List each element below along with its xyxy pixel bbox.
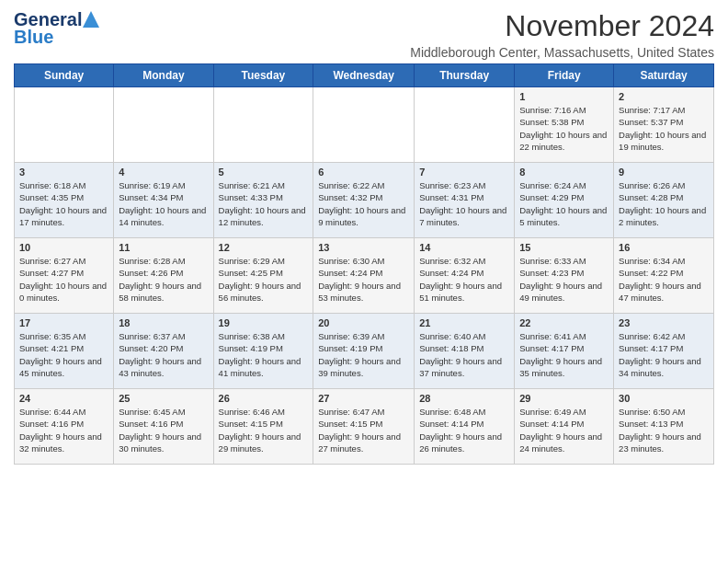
day-number: 7 [419, 167, 509, 178]
calendar-day [313, 87, 415, 163]
calendar-day: 2Sunrise: 7:17 AM Sunset: 5:37 PM Daylig… [614, 87, 714, 163]
calendar-day: 16Sunrise: 6:34 AM Sunset: 4:22 PM Dayli… [614, 238, 714, 314]
day-info: Sunrise: 6:21 AM Sunset: 4:33 PM Dayligh… [219, 179, 309, 228]
calendar-day: 4Sunrise: 6:19 AM Sunset: 4:34 PM Daylig… [114, 163, 213, 238]
calendar-body: 1Sunrise: 7:16 AM Sunset: 5:38 PM Daylig… [15, 87, 714, 465]
day-number: 18 [119, 317, 208, 328]
calendar-week-4: 17Sunrise: 6:35 AM Sunset: 4:21 PM Dayli… [15, 314, 714, 389]
calendar-day: 7Sunrise: 6:23 AM Sunset: 4:31 PM Daylig… [415, 163, 515, 238]
col-tuesday: Tuesday [213, 64, 313, 87]
header-row: Sunday Monday Tuesday Wednesday Thursday… [15, 64, 714, 87]
logo: General Blue [14, 9, 99, 48]
calendar-day [114, 87, 213, 163]
calendar-day: 8Sunrise: 6:24 AM Sunset: 4:29 PM Daylig… [515, 163, 614, 238]
logo-content: General Blue [14, 9, 99, 48]
col-thursday: Thursday [415, 64, 515, 87]
day-number: 15 [519, 242, 609, 253]
calendar-day: 3Sunrise: 6:18 AM Sunset: 4:35 PM Daylig… [15, 163, 114, 238]
day-number: 24 [19, 393, 108, 404]
title-section: November 2024 Middleborough Center, Mass… [410, 9, 714, 60]
calendar-week-1: 1Sunrise: 7:16 AM Sunset: 5:38 PM Daylig… [15, 87, 714, 163]
calendar-day: 30Sunrise: 6:50 AM Sunset: 4:13 PM Dayli… [614, 389, 714, 465]
day-number: 30 [619, 393, 709, 404]
day-info: Sunrise: 6:38 AM Sunset: 4:19 PM Dayligh… [219, 330, 309, 379]
day-info: Sunrise: 6:19 AM Sunset: 4:34 PM Dayligh… [119, 179, 208, 228]
calendar-day: 14Sunrise: 6:32 AM Sunset: 4:24 PM Dayli… [415, 238, 515, 314]
calendar-day: 13Sunrise: 6:30 AM Sunset: 4:24 PM Dayli… [313, 238, 415, 314]
day-info: Sunrise: 6:39 AM Sunset: 4:19 PM Dayligh… [318, 330, 409, 379]
day-info: Sunrise: 6:29 AM Sunset: 4:25 PM Dayligh… [219, 255, 309, 304]
day-number: 21 [419, 317, 509, 328]
col-friday: Friday [515, 64, 614, 87]
day-info: Sunrise: 6:28 AM Sunset: 4:26 PM Dayligh… [119, 255, 208, 304]
day-number: 27 [318, 393, 409, 404]
day-info: Sunrise: 6:34 AM Sunset: 4:22 PM Dayligh… [619, 255, 709, 304]
day-info: Sunrise: 6:46 AM Sunset: 4:15 PM Dayligh… [219, 406, 309, 454]
calendar-day: 1Sunrise: 7:16 AM Sunset: 5:38 PM Daylig… [515, 87, 614, 163]
calendar-day: 29Sunrise: 6:49 AM Sunset: 4:14 PM Dayli… [515, 389, 614, 465]
day-info: Sunrise: 6:47 AM Sunset: 4:15 PM Dayligh… [318, 406, 409, 454]
calendar-day: 17Sunrise: 6:35 AM Sunset: 4:21 PM Dayli… [15, 314, 114, 389]
calendar-day: 26Sunrise: 6:46 AM Sunset: 4:15 PM Dayli… [213, 389, 313, 465]
calendar-day: 22Sunrise: 6:41 AM Sunset: 4:17 PM Dayli… [515, 314, 614, 389]
calendar-day [213, 87, 313, 163]
day-info: Sunrise: 7:16 AM Sunset: 5:38 PM Dayligh… [519, 104, 609, 153]
calendar-table: Sunday Monday Tuesday Wednesday Thursday… [14, 63, 714, 465]
day-info: Sunrise: 6:42 AM Sunset: 4:17 PM Dayligh… [619, 330, 709, 379]
day-number: 17 [19, 317, 108, 328]
day-info: Sunrise: 6:24 AM Sunset: 4:29 PM Dayligh… [519, 179, 609, 228]
day-number: 11 [119, 242, 208, 253]
day-number: 20 [318, 317, 409, 328]
day-info: Sunrise: 7:17 AM Sunset: 5:37 PM Dayligh… [619, 104, 709, 153]
page-container: General Blue November 2024 Middleborough… [0, 0, 728, 474]
day-number: 10 [19, 242, 108, 253]
col-saturday: Saturday [614, 64, 714, 87]
day-info: Sunrise: 6:30 AM Sunset: 4:24 PM Dayligh… [318, 255, 409, 304]
day-number: 2 [619, 91, 709, 102]
day-number: 4 [119, 167, 208, 178]
day-number: 16 [619, 242, 709, 253]
day-info: Sunrise: 6:40 AM Sunset: 4:18 PM Dayligh… [419, 330, 509, 379]
col-sunday: Sunday [15, 64, 114, 87]
calendar-day: 27Sunrise: 6:47 AM Sunset: 4:15 PM Dayli… [313, 389, 415, 465]
day-info: Sunrise: 6:45 AM Sunset: 4:16 PM Dayligh… [119, 406, 208, 454]
day-info: Sunrise: 6:48 AM Sunset: 4:14 PM Dayligh… [419, 406, 509, 454]
calendar-day: 11Sunrise: 6:28 AM Sunset: 4:26 PM Dayli… [114, 238, 213, 314]
calendar-day: 24Sunrise: 6:44 AM Sunset: 4:16 PM Dayli… [15, 389, 114, 465]
day-number: 12 [219, 242, 309, 253]
day-info: Sunrise: 6:33 AM Sunset: 4:23 PM Dayligh… [519, 255, 609, 304]
day-info: Sunrise: 6:18 AM Sunset: 4:35 PM Dayligh… [19, 179, 108, 228]
calendar-day [415, 87, 515, 163]
calendar-day: 12Sunrise: 6:29 AM Sunset: 4:25 PM Dayli… [213, 238, 313, 314]
day-number: 29 [519, 393, 609, 404]
day-number: 6 [318, 167, 409, 178]
day-info: Sunrise: 6:23 AM Sunset: 4:31 PM Dayligh… [419, 179, 509, 228]
day-info: Sunrise: 6:26 AM Sunset: 4:28 PM Dayligh… [619, 179, 709, 228]
calendar-day: 6Sunrise: 6:22 AM Sunset: 4:32 PM Daylig… [313, 163, 415, 238]
day-number: 9 [619, 167, 709, 178]
day-info: Sunrise: 6:22 AM Sunset: 4:32 PM Dayligh… [318, 179, 409, 228]
day-info: Sunrise: 6:41 AM Sunset: 4:17 PM Dayligh… [519, 330, 609, 379]
day-number: 8 [519, 167, 609, 178]
day-number: 14 [419, 242, 509, 253]
calendar-day: 20Sunrise: 6:39 AM Sunset: 4:19 PM Dayli… [313, 314, 415, 389]
day-number: 22 [519, 317, 609, 328]
calendar-day: 5Sunrise: 6:21 AM Sunset: 4:33 PM Daylig… [213, 163, 313, 238]
day-number: 25 [119, 393, 208, 404]
calendar-day: 23Sunrise: 6:42 AM Sunset: 4:17 PM Dayli… [614, 314, 714, 389]
day-number: 13 [318, 242, 409, 253]
calendar-week-3: 10Sunrise: 6:27 AM Sunset: 4:27 PM Dayli… [15, 238, 714, 314]
col-wednesday: Wednesday [313, 64, 415, 87]
header: General Blue November 2024 Middleborough… [14, 9, 714, 60]
day-info: Sunrise: 6:37 AM Sunset: 4:20 PM Dayligh… [119, 330, 208, 379]
day-info: Sunrise: 6:44 AM Sunset: 4:16 PM Dayligh… [19, 406, 108, 454]
day-number: 5 [219, 167, 309, 178]
day-number: 23 [619, 317, 709, 328]
calendar-day: 21Sunrise: 6:40 AM Sunset: 4:18 PM Dayli… [415, 314, 515, 389]
day-number: 19 [219, 317, 309, 328]
location-text: Middleborough Center, Massachusetts, Uni… [410, 45, 714, 60]
svg-marker-0 [83, 11, 99, 28]
calendar-day [15, 87, 114, 163]
logo-triangle-icon [83, 11, 99, 28]
calendar-header: Sunday Monday Tuesday Wednesday Thursday… [15, 64, 714, 87]
